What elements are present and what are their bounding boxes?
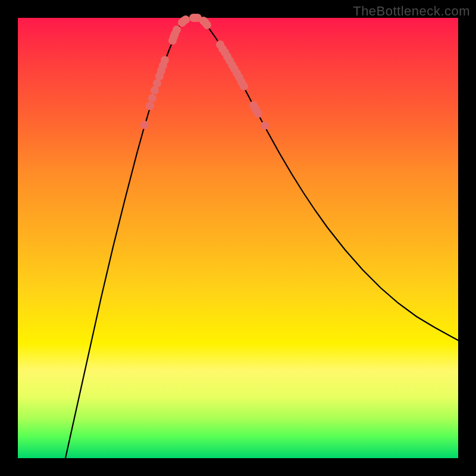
highlight-dot: [153, 79, 161, 87]
highlight-dot: [148, 94, 156, 102]
v-curve: [65, 18, 458, 458]
chart-plot-area: [18, 18, 458, 458]
highlight-dot: [173, 26, 181, 34]
highlight-dot: [261, 121, 269, 130]
highlight-dot: [151, 86, 159, 95]
highlight-dot: [140, 121, 149, 129]
highlight-dot: [254, 109, 262, 118]
highlight-dot: [161, 56, 169, 64]
highlight-dot: [181, 15, 190, 24]
highlight-dot: [203, 21, 211, 29]
watermark-text: TheBottleneck.com: [353, 4, 470, 19]
chart-svg: [18, 18, 458, 458]
highlight-dot-group: [140, 14, 269, 130]
highlight-dot: [240, 82, 248, 90]
highlight-dot: [146, 102, 154, 110]
